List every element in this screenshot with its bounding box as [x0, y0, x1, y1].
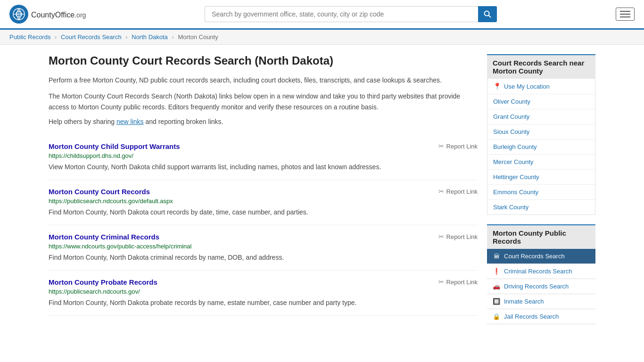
report-icon: ✂ [438, 233, 444, 240]
nearby-county-item: Sioux County [487, 124, 595, 140]
nav-label-0: Court Records Search [504, 253, 565, 260]
nearby-county-item: Stark County [487, 200, 595, 214]
nav-link-4[interactable]: Jail Records Search [504, 313, 559, 320]
nearby-county-link-3[interactable]: Burleigh County [493, 143, 537, 150]
result-desc-0: View Morton County, North Dakota child s… [49, 162, 478, 172]
nav-link-3[interactable]: Inmate Search [504, 298, 544, 305]
result-title-1[interactable]: Morton County Court Records [49, 188, 150, 196]
results-list: Morton County Child Support Warrants ✂ R… [49, 135, 478, 316]
logo-area: CountyOffice.org [9, 5, 86, 24]
result-url-1: https://publicsearch.ndcourts.gov/defaul… [49, 197, 478, 205]
use-location-item: 📍 Use My Location [487, 79, 595, 94]
public-records-nav-item[interactable]: ❗ Criminal Records Search [487, 264, 595, 279]
report-link-3[interactable]: ✂ Report Link [438, 278, 478, 286]
nearby-links: 📍 Use My Location Oliver CountyGrant Cou… [487, 79, 595, 215]
nav-icon-1: ❗ [493, 268, 500, 275]
public-records-nav-item[interactable]: 🔲 Inmate Search [487, 294, 595, 309]
nav-link-2[interactable]: Driving Records Search [504, 283, 569, 290]
result-desc-2: Find Morton County, North Dakota crimina… [49, 253, 478, 263]
result-header: Morton County Court Records ✂ Report Lin… [49, 188, 478, 196]
result-title-0[interactable]: Morton County Child Support Warrants [49, 142, 180, 150]
nav-icon-3: 🔲 [493, 298, 500, 305]
report-link-1[interactable]: ✂ Report Link [438, 188, 478, 195]
nav-link-1[interactable]: Criminal Records Search [504, 268, 572, 275]
public-records-nav-item[interactable]: 🏛 Court Records Search [487, 249, 595, 264]
report-icon: ✂ [438, 142, 444, 150]
report-icon: ✂ [438, 278, 444, 286]
svg-line-6 [489, 16, 491, 18]
logo-icon [9, 5, 28, 24]
nearby-county-link-1[interactable]: Grant County [493, 113, 529, 120]
menu-line [620, 16, 630, 17]
logo-suffix: .org [74, 11, 86, 19]
logo-brand: CountyOffice [31, 11, 74, 19]
breadcrumb-court-records-search[interactable]: Court Records Search [61, 33, 122, 41]
result-item: Morton County Criminal Records ✂ Report … [49, 225, 478, 271]
logo-text: CountyOffice.org [31, 9, 86, 20]
nearby-county-link-7[interactable]: Stark County [493, 204, 528, 211]
public-records-nav-item[interactable]: 🔒 Jail Records Search [487, 309, 595, 324]
nearby-county-item: Emmons County [487, 185, 595, 200]
result-desc-1: Find Morton County, North Dakota court r… [49, 207, 478, 217]
public-records-section: Morton County Public Records 🏛 Court Rec… [487, 224, 595, 324]
report-label: Report Link [446, 143, 478, 150]
report-label: Report Link [446, 233, 478, 240]
nearby-county-item: Grant County [487, 109, 595, 124]
breadcrumb: Public Records › Court Records Search › … [0, 30, 644, 45]
search-input[interactable] [205, 6, 497, 22]
nav-icon-2: 🚗 [493, 283, 500, 290]
menu-line [620, 11, 630, 12]
breadcrumb-public-records[interactable]: Public Records [9, 33, 50, 41]
search-area [205, 6, 497, 22]
report-icon: ✂ [438, 188, 444, 195]
result-url-3: https://publicsearch.ndcourts.gov/ [49, 288, 478, 295]
hamburger-menu-button[interactable] [616, 8, 635, 21]
nav-icon-0: 🏛 [493, 253, 500, 260]
result-item: Morton County Court Records ✂ Report Lin… [49, 180, 478, 225]
main-container: Morton County Court Records Search (Nort… [39, 45, 605, 343]
sidebar: Court Records Search near Morton County … [487, 54, 595, 334]
report-label: Report Link [446, 279, 478, 286]
help-text: Help others by sharing new links and rep… [49, 118, 478, 125]
result-title-2[interactable]: Morton County Criminal Records [49, 233, 159, 241]
nav-icon-4: 🔒 [493, 313, 500, 320]
nearby-county-link-2[interactable]: Sioux County [493, 128, 529, 135]
nearby-county-link-6[interactable]: Emmons County [493, 189, 538, 196]
nearby-section: Court Records Search near Morton County … [487, 54, 595, 215]
menu-line [620, 14, 630, 15]
page-title: Morton County Court Records Search (Nort… [49, 54, 478, 67]
result-url-2: https://www.ndcourts.gov/public-access/h… [49, 243, 478, 250]
nearby-county-link-5[interactable]: Hettinger County [493, 173, 539, 181]
public-records-section-title: Morton County Public Records [487, 224, 595, 249]
use-location-link[interactable]: Use My Location [504, 83, 550, 90]
result-desc-3: Find Morton County, North Dakota probate… [49, 298, 478, 308]
result-item: Morton County Probate Records ✂ Report L… [49, 271, 478, 316]
result-title-3[interactable]: Morton County Probate Records [49, 278, 157, 286]
nearby-county-item: Oliver County [487, 94, 595, 109]
nearby-county-link-0[interactable]: Oliver County [493, 98, 530, 105]
result-header: Morton County Probate Records ✂ Report L… [49, 278, 478, 286]
new-links-link[interactable]: new links [116, 118, 144, 125]
nearby-county-item: Hettinger County [487, 170, 595, 185]
report-label: Report Link [446, 188, 478, 195]
location-pin-icon: 📍 [493, 82, 501, 90]
public-records-nav-item[interactable]: 🚗 Driving Records Search [487, 279, 595, 294]
breadcrumb-north-dakota[interactable]: North Dakota [132, 33, 168, 41]
nearby-county-item: Burleigh County [487, 140, 595, 155]
search-button[interactable] [478, 6, 497, 22]
result-item: Morton County Child Support Warrants ✂ R… [49, 135, 478, 180]
result-header: Morton County Child Support Warrants ✂ R… [49, 142, 478, 150]
public-records-nav: 🏛 Court Records Search ❗ Criminal Record… [487, 249, 595, 324]
content-area: Morton County Court Records Search (Nort… [49, 54, 478, 334]
result-url-0: https://childsupport.dhs.nd.gov/ [49, 152, 478, 159]
report-link-2[interactable]: ✂ Report Link [438, 233, 478, 240]
nearby-section-title: Court Records Search near Morton County [487, 54, 595, 79]
nearby-county-link-4[interactable]: Mercer County [493, 158, 533, 165]
intro-paragraph-2: The Morton County Court Records Search (… [49, 91, 478, 112]
intro-paragraph-1: Perform a free Morton County, ND public … [49, 75, 478, 85]
header: CountyOffice.org [0, 0, 644, 30]
report-link-0[interactable]: ✂ Report Link [438, 142, 478, 150]
result-header: Morton County Criminal Records ✂ Report … [49, 233, 478, 241]
nearby-county-item: Mercer County [487, 155, 595, 170]
breadcrumb-morton-county: Morton County [178, 33, 218, 41]
